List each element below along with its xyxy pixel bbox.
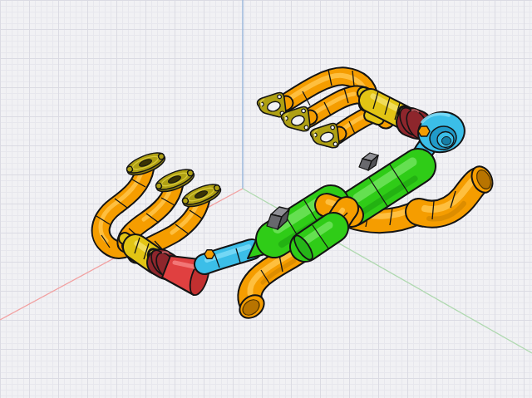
mount-bracket-2[interactable]	[359, 153, 378, 170]
world-axes	[0, 0, 532, 353]
cad-viewport[interactable]	[0, 0, 532, 398]
turbo-volute-core	[442, 137, 451, 145]
left-bank-header[interactable]	[96, 149, 224, 254]
turbo-hex-nut	[418, 126, 430, 136]
left-connector-pipe[interactable]	[204, 247, 252, 268]
connector-hex-nut	[204, 250, 214, 258]
viewport-canvas[interactable]	[0, 0, 532, 398]
